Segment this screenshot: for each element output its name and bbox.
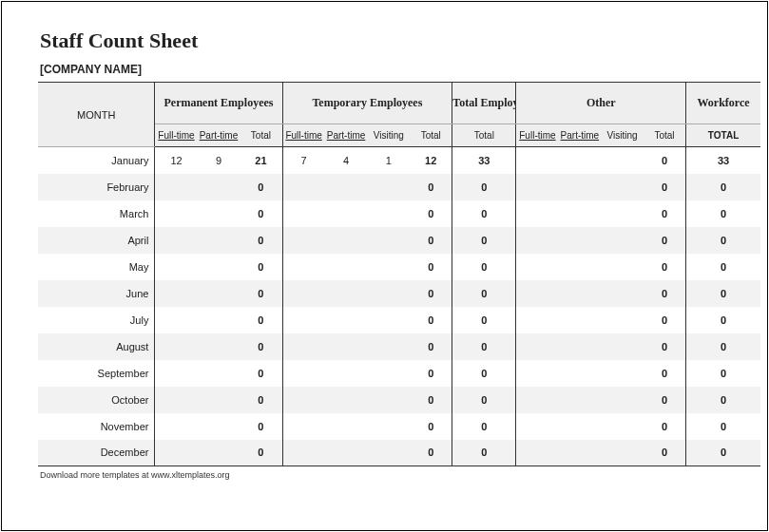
- cell-other-visiting: [601, 360, 644, 387]
- cell-total-employees: 0: [452, 413, 516, 440]
- cell-other-total: 0: [644, 333, 686, 360]
- cell-other-total: 0: [644, 360, 686, 387]
- hdr-total-employees: Total Employees: [452, 83, 516, 124]
- cell-temp-full: [282, 440, 325, 466]
- cell-other-visiting: [601, 280, 644, 307]
- cell-temp-part: [325, 200, 368, 227]
- cell-other-total: 0: [644, 280, 686, 307]
- cell-other-visiting: [601, 440, 644, 466]
- cell-workforce-total: 0: [686, 200, 760, 227]
- hdr-month: MONTH: [38, 83, 155, 147]
- cell-month: June: [38, 280, 155, 307]
- cell-perm-total: 0: [240, 333, 282, 360]
- hdr-workforce: Workforce: [686, 83, 760, 124]
- cell-month: August: [38, 333, 155, 360]
- cell-total-employees: 0: [452, 360, 516, 387]
- hdr-other: Other: [516, 83, 686, 124]
- hdr-permanent: Permanent Employees: [155, 83, 282, 124]
- cell-temp-total: 0: [410, 227, 452, 254]
- cell-temp-visiting: [367, 280, 410, 307]
- cell-other-part: [559, 360, 602, 387]
- sub-temp-visiting: Visiting: [367, 124, 410, 147]
- cell-perm-total: 0: [240, 413, 282, 440]
- cell-other-full: [516, 280, 559, 307]
- cell-temp-part: [325, 360, 368, 387]
- cell-perm-total: 0: [240, 307, 282, 333]
- cell-other-total: 0: [644, 307, 686, 333]
- cell-other-total: 0: [644, 147, 686, 174]
- cell-perm-part: [198, 254, 240, 280]
- cell-perm-full: [155, 413, 198, 440]
- table-row: April00000: [38, 227, 760, 254]
- cell-other-part: [559, 280, 602, 307]
- cell-perm-full: [155, 174, 198, 200]
- cell-temp-visiting: [367, 307, 410, 333]
- cell-temp-total: 0: [410, 333, 452, 360]
- cell-perm-total: 0: [240, 227, 282, 254]
- cell-perm-part: [198, 307, 240, 333]
- cell-temp-visiting: [367, 413, 410, 440]
- table-row: February00000: [38, 174, 760, 200]
- cell-other-full: [516, 413, 559, 440]
- cell-perm-part: [198, 227, 240, 254]
- cell-other-full: [516, 387, 559, 413]
- cell-month: March: [38, 200, 155, 227]
- cell-other-full: [516, 307, 559, 333]
- cell-workforce-total: 0: [686, 360, 760, 387]
- table-row: October00000: [38, 387, 760, 413]
- cell-other-total: 0: [644, 254, 686, 280]
- cell-other-visiting: [601, 200, 644, 227]
- cell-perm-full: [155, 360, 198, 387]
- cell-other-part: [559, 413, 602, 440]
- cell-other-visiting: [601, 147, 644, 174]
- table-row: August00000: [38, 333, 760, 360]
- cell-month: May: [38, 254, 155, 280]
- cell-temp-total: 0: [410, 200, 452, 227]
- cell-perm-total: 0: [240, 200, 282, 227]
- cell-workforce-total: 33: [686, 147, 760, 174]
- cell-temp-part: [325, 280, 368, 307]
- cell-perm-full: [155, 440, 198, 466]
- cell-month: December: [38, 440, 155, 466]
- cell-temp-part: [325, 387, 368, 413]
- cell-temp-part: [325, 307, 368, 333]
- cell-temp-visiting: [367, 200, 410, 227]
- cell-perm-total: 0: [240, 360, 282, 387]
- cell-perm-full: [155, 387, 198, 413]
- cell-perm-full: [155, 280, 198, 307]
- cell-other-visiting: [601, 254, 644, 280]
- cell-temp-part: [325, 440, 368, 466]
- cell-other-part: [559, 333, 602, 360]
- cell-perm-full: [155, 200, 198, 227]
- cell-other-total: 0: [644, 440, 686, 466]
- cell-perm-full: [155, 307, 198, 333]
- cell-perm-full: 12: [155, 147, 198, 174]
- sub-temp-full: Full-time: [282, 124, 325, 147]
- cell-other-full: [516, 360, 559, 387]
- cell-total-employees: 0: [452, 280, 516, 307]
- sub-totemp-total: Total: [452, 124, 516, 147]
- cell-temp-part: [325, 174, 368, 200]
- sub-other-total: Total: [644, 124, 686, 147]
- cell-other-part: [559, 174, 602, 200]
- cell-other-total: 0: [644, 227, 686, 254]
- table-row: September00000: [38, 360, 760, 387]
- staff-count-table: MONTH Permanent Employees Temporary Empl…: [38, 82, 760, 466]
- cell-workforce-total: 0: [686, 280, 760, 307]
- cell-workforce-total: 0: [686, 387, 760, 413]
- cell-other-full: [516, 333, 559, 360]
- cell-total-employees: 0: [452, 174, 516, 200]
- cell-temp-full: [282, 387, 325, 413]
- footer-text: Download more templates at www.xltemplat…: [40, 470, 767, 480]
- cell-perm-total: 0: [240, 440, 282, 466]
- sub-temp-total: Total: [410, 124, 452, 147]
- cell-month: February: [38, 174, 155, 200]
- cell-temp-visiting: [367, 387, 410, 413]
- cell-workforce-total: 0: [686, 440, 760, 466]
- cell-temp-visiting: 1: [367, 147, 410, 174]
- cell-other-full: [516, 174, 559, 200]
- cell-perm-part: [198, 280, 240, 307]
- table-row: March00000: [38, 200, 760, 227]
- cell-perm-part: [198, 440, 240, 466]
- cell-temp-total: 0: [410, 307, 452, 333]
